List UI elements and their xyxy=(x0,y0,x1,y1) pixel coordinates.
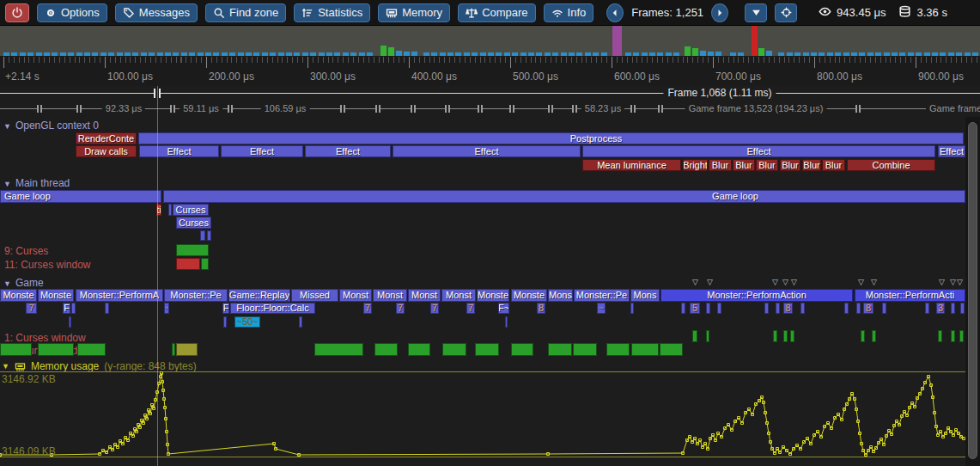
zone[interactable] xyxy=(872,330,876,342)
zone[interactable] xyxy=(882,303,886,314)
zone-effect[interactable]: Effect xyxy=(221,145,303,157)
scrollbar-thumb[interactable] xyxy=(968,122,977,459)
zone-monster-pe[interactable]: Monster::Pe xyxy=(574,289,630,302)
zone[interactable] xyxy=(0,343,32,356)
zone-effect[interactable]: Effect xyxy=(582,145,935,157)
zone[interactable] xyxy=(223,316,227,328)
zone[interactable] xyxy=(773,330,777,342)
zone-combine[interactable]: Combine xyxy=(847,159,935,171)
zone[interactable] xyxy=(573,343,597,356)
zone-3[interactable]: 3 xyxy=(936,303,945,314)
zone-8[interactable]: 8 xyxy=(863,303,873,314)
zone-mons[interactable]: Mons xyxy=(630,289,660,302)
zone-blur[interactable]: Blur xyxy=(780,159,800,171)
messages-button[interactable]: Messages xyxy=(115,3,198,22)
zone-monster-performa[interactable]: Monster::PerformA xyxy=(76,289,163,302)
zone-8[interactable]: 8 xyxy=(537,303,545,314)
zone[interactable] xyxy=(38,343,74,356)
zone[interactable] xyxy=(776,303,780,314)
zone-monste[interactable]: Monste xyxy=(0,289,37,302)
zone-[interactable]: ~ xyxy=(164,303,169,314)
zone-[interactable]: ~ xyxy=(597,303,606,314)
message-marker-icon[interactable]: ▽ xyxy=(791,279,797,285)
frame-overview-strip[interactable] xyxy=(0,26,980,56)
collapse-arrow-icon[interactable]: ▼ xyxy=(3,180,11,188)
zone-effect[interactable]: Effect xyxy=(393,145,581,157)
zone-monst[interactable]: Monst xyxy=(408,289,441,302)
zone-curses[interactable]: Curses xyxy=(173,204,209,216)
zone[interactable] xyxy=(925,303,929,314)
zone[interactable] xyxy=(783,330,788,342)
zone-5[interactable]: 5 xyxy=(690,303,700,314)
zone-monster-pe[interactable]: Monster::Pe xyxy=(164,289,228,302)
memory-usage-header[interactable]: ▼Memory usage(y-range: 848 bytes) xyxy=(2,360,197,372)
zone[interactable] xyxy=(861,330,865,342)
message-marker-icon[interactable]: ▽ xyxy=(772,279,778,285)
zone[interactable] xyxy=(200,230,205,241)
zone-renderconte[interactable]: RenderConte xyxy=(76,132,137,144)
frame-ruler-primary[interactable]: Frame 1,068 (1.11 ms) xyxy=(0,86,980,101)
zone-effect[interactable]: Effect xyxy=(139,145,219,157)
zone-mean-luminance[interactable]: Mean luminance xyxy=(582,159,681,171)
zone[interactable] xyxy=(505,316,508,328)
zone[interactable] xyxy=(314,343,363,356)
frame-prev-button[interactable] xyxy=(606,3,624,22)
section-header-opengl-context-0[interactable]: ▼OpenGL context 0 xyxy=(3,120,99,132)
zone[interactable] xyxy=(201,258,209,270)
options-button[interactable]: Options xyxy=(37,3,107,22)
zoom-to-selection-button[interactable] xyxy=(775,3,797,22)
zone-curses[interactable]: Curses xyxy=(176,217,211,229)
zone[interactable] xyxy=(408,343,430,356)
zone-blur[interactable]: Blur xyxy=(756,159,778,171)
frame-ruler-secondary[interactable]: 92.33 μs59.11 μs106.59 μs58.23 μsGame fr… xyxy=(0,101,980,116)
zone[interactable] xyxy=(951,330,955,342)
zone-monst[interactable]: Monst xyxy=(339,289,372,302)
zone[interactable] xyxy=(71,303,76,314)
zone[interactable] xyxy=(717,303,721,314)
zone[interactable] xyxy=(77,343,106,356)
zone-mons[interactable]: Mons xyxy=(548,289,573,302)
zone[interactable] xyxy=(681,303,685,314)
zone-missed[interactable]: Missed xyxy=(291,289,338,302)
zone-game-loop[interactable]: Game loop xyxy=(163,190,965,203)
zone[interactable] xyxy=(631,343,659,356)
zone[interactable] xyxy=(548,343,572,356)
zone[interactable] xyxy=(105,303,109,314)
time-axis[interactable]: +2.14 s100.00 μs200.00 μs300.00 μs400.00… xyxy=(0,56,980,86)
message-marker-icon[interactable]: ▽ xyxy=(939,279,945,285)
section-header-main-thread[interactable]: ▼Main thread xyxy=(3,177,70,189)
scrollbar-track[interactable] xyxy=(965,117,980,466)
zone-blur[interactable]: Blur xyxy=(733,159,755,171)
frame-next-button[interactable] xyxy=(711,3,728,22)
zone-monster-performaction[interactable]: Monster::PerformAction xyxy=(660,289,853,302)
compare-button[interactable]: Compare xyxy=(458,3,535,22)
zone-floor-floor-calc[interactable]: Floor::Floor::Calc xyxy=(230,303,315,314)
message-marker-icon[interactable]: ▽ xyxy=(707,279,713,285)
message-marker-icon[interactable]: ▽ xyxy=(871,279,877,285)
zone[interactable] xyxy=(951,303,955,314)
zone-bright[interactable]: Bright xyxy=(683,159,708,171)
message-marker-icon[interactable]: ▽ xyxy=(858,279,864,285)
zone-blur[interactable]: Blur xyxy=(709,159,732,171)
message-marker-icon[interactable]: ▽ xyxy=(692,279,698,285)
zone[interactable] xyxy=(844,303,849,314)
zone-postprocess[interactable]: Postprocess xyxy=(138,132,964,144)
zone[interactable] xyxy=(692,330,697,342)
zone-monste[interactable]: Monste xyxy=(38,289,74,302)
go-to-frame-button[interactable] xyxy=(745,3,767,22)
zone-f[interactable]: F~ xyxy=(498,303,509,314)
zone-50[interactable]: ~50~ xyxy=(234,316,260,328)
zone[interactable] xyxy=(69,316,71,328)
zone-7[interactable]: 7 xyxy=(363,303,372,314)
zone-7[interactable]: 7 xyxy=(26,303,37,314)
zone[interactable] xyxy=(606,343,630,356)
zone[interactable] xyxy=(706,330,709,342)
zone-monst[interactable]: Monst xyxy=(373,289,407,302)
zone-7[interactable]: 7 xyxy=(466,303,475,314)
memory-usage-chart[interactable] xyxy=(0,371,965,457)
zone[interactable] xyxy=(630,303,634,314)
statistics-button[interactable]: Statistics xyxy=(294,3,370,22)
zone[interactable] xyxy=(299,316,302,328)
info-button[interactable]: Info xyxy=(544,3,594,22)
zone[interactable] xyxy=(938,330,942,342)
